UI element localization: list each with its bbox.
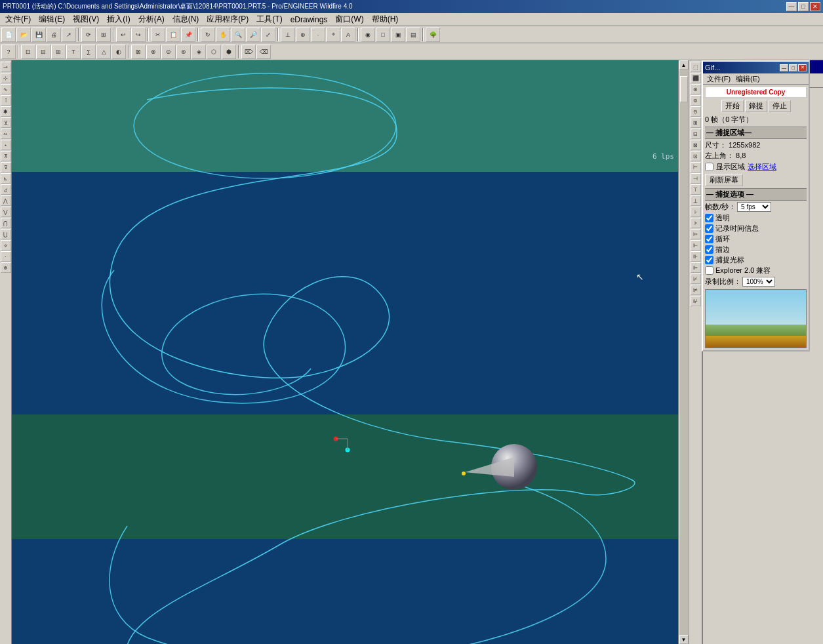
tb2-a6[interactable]: △	[96, 45, 111, 59]
left-tool-7[interactable]: ∾	[1, 129, 11, 139]
tb-print[interactable]: 🖨	[47, 28, 61, 42]
rt-tool-20[interactable]: ⊬	[691, 273, 701, 284]
capture-cursor-checkbox[interactable]	[705, 256, 713, 264]
left-tool-15[interactable]: ⋂	[1, 218, 11, 228]
rt-tool-5[interactable]: ⊝	[691, 106, 701, 117]
scroll-track[interactable]	[680, 70, 688, 635]
rt-tool-15[interactable]: ⊧	[691, 218, 701, 228]
rt-tool-21[interactable]: ⊭	[691, 285, 701, 295]
tb-open[interactable]: 📂	[16, 28, 31, 42]
menu-app[interactable]: 应用程序(P)	[203, 12, 252, 26]
tb2-b5[interactable]: ◈	[191, 45, 206, 59]
tb-shade[interactable]: ◉	[361, 28, 375, 42]
left-tool-5[interactable]: ✱	[1, 106, 11, 117]
tb-axes[interactable]: ⊕	[296, 28, 310, 42]
left-tool-16[interactable]: ⋃	[1, 229, 11, 239]
rt-tool-10[interactable]: ⊢	[691, 162, 701, 172]
tb-paste[interactable]: 📌	[181, 28, 195, 42]
rt-tool-11[interactable]: ⊣	[691, 173, 701, 184]
rt-tool-6[interactable]: ⊞	[691, 117, 701, 128]
tb-no-hidden[interactable]: ▤	[406, 28, 420, 42]
fps-select[interactable]: 5 fps 10 fps 15 fps	[737, 202, 771, 212]
left-tool-3[interactable]: ∿	[1, 84, 11, 94]
tb-export[interactable]: ↗	[62, 28, 76, 42]
left-tool-6[interactable]: ⊻	[1, 117, 11, 128]
select-area-link[interactable]: 选择区域	[748, 162, 776, 172]
scroll-down-btn[interactable]: ▼	[679, 635, 689, 644]
tb2-a4[interactable]: T	[66, 45, 81, 59]
tb-repaint[interactable]: ⟳	[81, 28, 96, 42]
menu-edrawings[interactable]: eDrawings	[287, 14, 332, 26]
close-button[interactable]: ✕	[810, 2, 820, 11]
left-tool-4[interactable]: ⊺	[1, 95, 11, 106]
tb2-a3[interactable]: ⊞	[51, 45, 66, 59]
tb-cut[interactable]: ✂	[151, 28, 165, 42]
tb2-a7[interactable]: ◐	[111, 45, 126, 59]
tb-save[interactable]: 💾	[31, 28, 46, 42]
menu-edit[interactable]: 编辑(E)	[35, 12, 69, 26]
tb-zoom-fit[interactable]: ⤢	[261, 28, 275, 42]
rt-tool-19[interactable]: ⊫	[691, 262, 701, 273]
gif-menu-edit[interactable]: 编辑(E)	[733, 73, 763, 85]
tb-model-tree[interactable]: 🌳	[426, 28, 440, 42]
tb2-b1[interactable]: ⊠	[131, 45, 146, 59]
menu-tools[interactable]: 工具(T)	[252, 12, 286, 26]
vscrollbar[interactable]: ▲ ▼	[678, 60, 689, 644]
menu-help[interactable]: 帮助(H)	[368, 12, 403, 26]
tb-hidden[interactable]: ▣	[391, 28, 405, 42]
tb2-b2[interactable]: ⊗	[146, 45, 161, 59]
rt-tool-9[interactable]: ⊡	[691, 151, 701, 161]
tb-datum[interactable]: ⊥	[281, 28, 295, 42]
antialias-checkbox[interactable]	[705, 245, 713, 254]
gif-close-btn[interactable]: ✕	[798, 64, 807, 71]
tb-zoom-in[interactable]: 🔍	[231, 28, 245, 42]
tb-spin[interactable]: ↻	[201, 28, 215, 42]
tb-copy[interactable]: 📋	[166, 28, 180, 42]
loop-checkbox[interactable]	[705, 235, 713, 243]
gif-minimize-btn[interactable]: —	[780, 64, 788, 71]
rt-tool-8[interactable]: ⊠	[691, 140, 701, 150]
rt-tool-1[interactable]: ⬚	[691, 62, 701, 72]
left-tool-9[interactable]: ⊼	[1, 151, 11, 161]
tb2-b6[interactable]: ⬡	[207, 45, 221, 59]
rt-tool-4[interactable]: ⊜	[691, 95, 701, 106]
tb-new[interactable]: 📄	[1, 28, 16, 42]
show-area-checkbox[interactable]	[705, 163, 713, 171]
gif-pause-btn[interactable]: 錄捉	[745, 100, 767, 112]
rt-tool-16[interactable]: ⊨	[691, 229, 701, 239]
tb2-a2[interactable]: ⊟	[36, 45, 50, 59]
menu-view[interactable]: 视图(V)	[69, 12, 103, 26]
gif-stop-btn[interactable]: 停止	[769, 100, 791, 112]
tb2-b4[interactable]: ⊚	[176, 45, 191, 59]
rt-tool-7[interactable]: ⊟	[691, 129, 701, 139]
gif-menu-file[interactable]: 文件(F)	[704, 73, 733, 85]
rt-tool-22[interactable]: ⊮	[691, 296, 701, 306]
tb2-a5[interactable]: ∑	[81, 45, 96, 59]
tb2-a1[interactable]: ⊡	[21, 45, 35, 59]
menu-insert[interactable]: 插入(I)	[103, 12, 134, 26]
explorer-checkbox[interactable]	[705, 266, 713, 275]
transparent-checkbox[interactable]	[705, 214, 713, 222]
left-tool-10[interactable]: ⊽	[1, 162, 11, 172]
scale-select[interactable]: 100% 75% 50%	[742, 277, 775, 287]
left-tool-18[interactable]: ⋅	[1, 251, 11, 262]
tb2-b3[interactable]: ⊝	[161, 45, 176, 59]
menu-window[interactable]: 窗口(W)	[331, 12, 367, 26]
left-tool-8[interactable]: ⋆	[1, 140, 11, 150]
tb2-c1[interactable]: ⌦	[241, 45, 256, 59]
rt-tool-12[interactable]: ⊤	[691, 184, 701, 195]
maximize-button[interactable]: □	[798, 2, 809, 11]
tb2-c2[interactable]: ⌫	[256, 45, 271, 59]
tb-wireframe[interactable]: □	[376, 28, 390, 42]
rt-tool-3[interactable]: ⊛	[691, 84, 701, 94]
record-time-checkbox[interactable]	[705, 224, 713, 233]
rt-tool-13[interactable]: ⊥	[691, 195, 701, 206]
gif-maximize-btn[interactable]: □	[789, 64, 797, 71]
scroll-thumb[interactable]	[680, 76, 688, 102]
tb-pan[interactable]: ✋	[216, 28, 230, 42]
rt-tool-2[interactable]: ⬛	[691, 73, 701, 83]
left-tool-17[interactable]: ⋄	[1, 240, 11, 251]
tb2-b7[interactable]: ⬢	[222, 45, 236, 59]
left-tool-14[interactable]: ⋁	[1, 207, 11, 217]
tb-undo[interactable]: ↩	[116, 28, 130, 42]
